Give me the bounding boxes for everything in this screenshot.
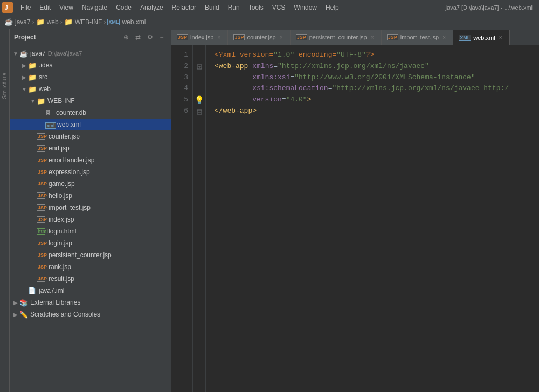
menu-build[interactable]: Build [201,3,224,12]
editor-content[interactable]: 1 2 3 4 5 6 � [171,45,539,392]
tree-item-scratches[interactable]: ▶ ✏️ Scratches and Consoles [10,308,171,320]
project-panel: Project ⊕ ⇄ ⚙ − ▼ ☕ java7 D:\java\java7 … [10,29,171,392]
tab-persistent-counter-jsp[interactable]: JSP persistent_counter.jsp × [291,30,382,45]
close-panel-button[interactable]: − [157,32,167,42]
structure-label: Structure [2,72,8,99]
gutter-1 [195,50,203,61]
tree-item-idea[interactable]: ▶ 📁 .idea [10,59,171,71]
tree-label-importtestjsp: import_test.jsp [49,204,91,211]
line5-eq: = [282,95,286,104]
tab-close-web-xml[interactable]: × [497,35,504,40]
menu-edit[interactable]: Edit [35,3,55,12]
tree-label-webinf: WEB-INF [47,97,75,105]
tree-arrow-src: ▶ [20,74,28,80]
structure-panel[interactable]: Structure [0,29,10,392]
line2-val-xmlns: "http://xmlns.jcp.org/xml/ns/javaee" [278,62,429,70]
tree-item-counterdb[interactable]: 🗄 counter.db [10,107,171,119]
tree-item-importtestjsp[interactable]: JSP import_test.jsp [10,202,171,214]
jsp-icon-game: JSP [37,181,45,187]
jsp-icon-expression: JSP [37,169,45,175]
tree-item-java7iml[interactable]: 📄 java7.iml [10,285,171,297]
gutter-fold-open[interactable] [195,61,203,72]
line4-attr-schema: xsi:schemaLocation [252,84,328,92]
line1-encoding: encoding= [294,51,336,59]
xml-icon: XML [107,19,120,25]
tree-label-extlibs: External Libraries [30,299,80,306]
tab-counter-jsp[interactable]: JSP counter.jsp × [228,30,290,45]
code-editor[interactable]: <?xml version="1.0" encoding="UTF-8"?> <… [206,45,533,392]
line1-decl: <?xml version= [215,51,273,59]
breadcrumb-web[interactable]: 📁 web [36,18,59,26]
menu-help[interactable]: Help [321,3,343,12]
breadcrumb-webinf-label: WEB-INF [75,18,102,26]
tree-item-external-libraries[interactable]: ▶ 📚 External Libraries [10,297,171,308]
tree-item-webinf[interactable]: ▼ 📁 WEB-INF [10,95,171,107]
collapse-all-button[interactable]: ⇄ [133,32,143,42]
breadcrumb-webinf[interactable]: 📁 WEB-INF [64,18,102,26]
tree-label-indexjsp: index.jsp [49,216,74,223]
tree-arrow-web: ▼ [20,86,28,92]
settings-button[interactable]: ⚙ [145,32,155,42]
tree-label-rankjsp: rank.jsp [49,263,71,271]
tree-item-web[interactable]: ▼ 📁 web [10,83,171,95]
tree-label-src: src [39,73,47,81]
menu-run[interactable]: Run [224,3,244,12]
tab-close-index-jsp[interactable]: × [216,35,222,40]
svg-text:J: J [5,5,8,11]
tree-item-endjsp[interactable]: JSP end.jsp [10,142,171,154]
tab-import-test-jsp[interactable]: JSP import_test.jsp × [382,30,454,45]
gutter-fold-close[interactable] [195,106,203,118]
tree-item-java7[interactable]: ▼ ☕ java7 D:\java\java7 [10,47,171,59]
tree-label-hellojsp: hello.jsp [49,192,72,200]
tree-item-expressionjsp[interactable]: JSP expression.jsp [10,166,171,178]
add-content-root-button[interactable]: ⊕ [121,32,131,42]
menu-vcs[interactable]: VCS [268,3,290,12]
tab-close-counter-jsp[interactable]: × [278,35,285,40]
breadcrumb-sep-1: › [32,18,34,26]
tree-item-indexjsp[interactable]: JSP index.jsp [10,214,171,225]
tab-icon-counter-jsp: JSP [233,34,245,40]
project-panel-title: Project [14,33,119,41]
tree-item-loginjsp[interactable]: JSP login.jsp [10,237,171,249]
tree-item-resultjsp[interactable]: JSP result.jsp [10,273,171,285]
jsp-icon-errorhandler: JSP [37,157,45,163]
tree-item-src[interactable]: ▶ 📁 src [10,71,171,83]
gutter-bulb[interactable]: 💡 [195,95,203,106]
menu-analyze[interactable]: Analyze [136,3,168,12]
menu-view[interactable]: View [55,3,78,12]
tree-item-webxml[interactable]: xml web.xml [10,119,171,130]
line2-tag-open: <web-app [215,62,248,70]
menu-window[interactable]: Window [289,3,321,12]
ext-lib-icon: 📚 [19,299,28,307]
line3-attr-xsi: xmlns:xsi [252,73,290,81]
jsp-icon-login: JSP [37,240,45,246]
project-toolbar: Project ⊕ ⇄ ⚙ − [10,29,171,45]
folder-icon-web: 📁 [28,85,37,93]
menu-refactor[interactable]: Refactor [168,3,201,12]
tab-index-jsp[interactable]: JSP index.jsp × [171,30,228,45]
tree-item-gamejsp[interactable]: JSP game.jsp [10,178,171,190]
tree-item-loginhtml[interactable]: html login.html [10,225,171,237]
bulb-icon: 💡 [195,94,204,106]
menu-file[interactable]: File [16,3,35,12]
tree-item-errorhandlerjsp[interactable]: JSP errorHandler.jsp [10,154,171,166]
breadcrumb-java7[interactable]: ☕ java7 [4,18,31,26]
menu-code[interactable]: Code [112,3,136,12]
tree-item-hellojsp[interactable]: JSP hello.jsp [10,190,171,202]
menu-tools[interactable]: Tools [244,3,268,12]
line-num-6: 6 [180,106,188,117]
tree-item-rankjsp[interactable]: JSP rank.jsp [10,261,171,273]
gutter-4 [195,84,203,95]
tab-close-persistent-counter-jsp[interactable]: × [369,35,376,40]
tab-label-index-jsp: index.jsp [190,34,213,40]
line5-attr-version: version [252,95,282,104]
tab-close-import-test-jsp[interactable]: × [441,35,447,40]
tree-item-counterjsp[interactable]: JSP counter.jsp [10,130,171,142]
tree-item-persistentcounterjsp[interactable]: JSP persistent_counter.jsp [10,249,171,261]
app-icon: J [2,2,13,13]
line5-bracket-close: > [307,95,312,104]
tab-web-xml[interactable]: XML web.xml × [453,30,509,45]
line-num-1: 1 [180,50,188,61]
breadcrumb-webxml[interactable]: XML web.xml [107,18,146,26]
menu-navigate[interactable]: Navigate [78,3,112,12]
